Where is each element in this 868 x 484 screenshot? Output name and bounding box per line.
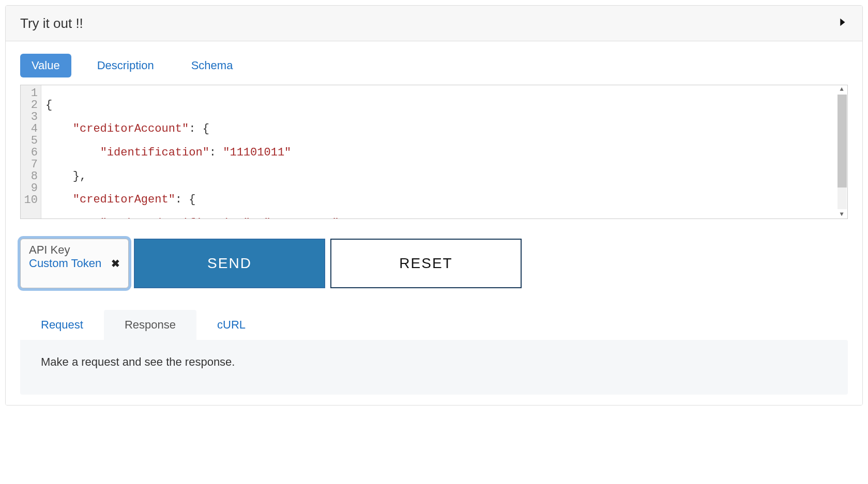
tab-curl[interactable]: cURL (196, 310, 266, 340)
close-icon[interactable]: ✖ (111, 257, 120, 270)
line-gutter: 12345678910 (21, 85, 41, 218)
code-editor[interactable]: 12345678910 { "creditorAccount": { "iden… (20, 85, 848, 219)
tab-request[interactable]: Request (20, 310, 104, 340)
panel-body: Value Description Schema 12345678910 { "… (6, 41, 862, 405)
tab-value[interactable]: Value (20, 54, 71, 77)
scroll-down-icon[interactable]: ▼ (837, 211, 846, 217)
expand-icon[interactable] (836, 15, 848, 32)
tab-description[interactable]: Description (86, 54, 165, 77)
tab-schema[interactable]: Schema (180, 54, 245, 77)
auth-selector[interactable]: API Key Custom Token ✖ (20, 239, 129, 288)
auth-token-type: Custom Token (29, 257, 101, 270)
reset-button[interactable]: RESET (330, 239, 522, 288)
response-area: Make a request and see the response. (20, 340, 848, 395)
action-row: API Key Custom Token ✖ SEND RESET (20, 239, 848, 288)
result-tabs: Request Response cURL (20, 310, 848, 340)
try-it-out-panel: Try it out !! Value Description Schema 1… (5, 5, 863, 405)
auth-label: API Key (29, 243, 120, 257)
send-button[interactable]: SEND (134, 239, 325, 288)
response-placeholder: Make a request and see the response. (41, 355, 235, 368)
tab-response[interactable]: Response (104, 310, 196, 340)
scroll-up-icon[interactable]: ▲ (837, 86, 846, 92)
scrollbar-thumb[interactable] (837, 95, 847, 188)
panel-header: Try it out !! (6, 6, 862, 41)
panel-title: Try it out !! (20, 15, 83, 32)
body-tabs: Value Description Schema (20, 54, 848, 77)
code-content[interactable]: { "creditorAccount": { "identification":… (41, 85, 847, 218)
